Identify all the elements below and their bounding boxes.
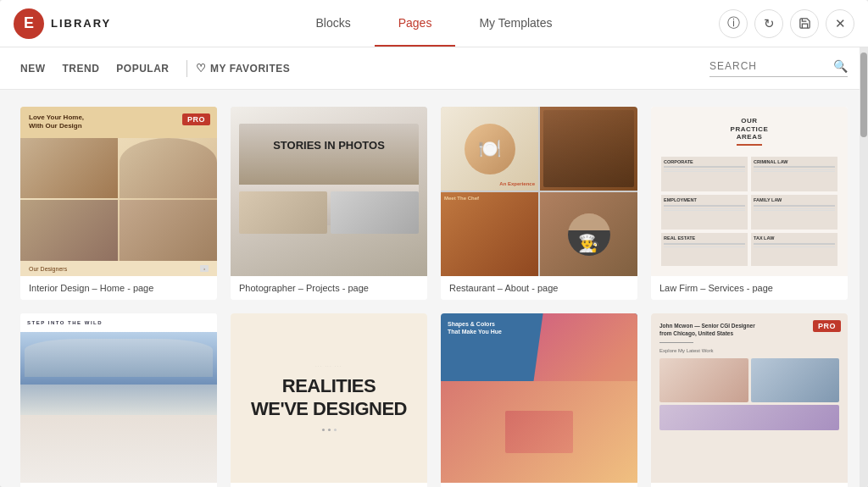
close-button[interactable]: ✕ [826, 9, 854, 38]
list-item[interactable]: ··· ··· ··· REALITIESWE'VE DESIGNED Desi… [231, 313, 427, 487]
card-thumbnail: PRO John Mcwon — Senior CGI Designerfrom… [651, 313, 848, 483]
card-thumbnail: STEP INTO THE WILD [20, 313, 217, 483]
card-label: Photographer – Projects - page [231, 276, 427, 300]
scrollbar[interactable] [860, 47, 868, 487]
list-item[interactable]: PRO Love Your Home,With Our Design Our D… [20, 107, 217, 300]
heart-icon: ♡ [196, 62, 207, 75]
logo-area: E LIBRARY [14, 8, 149, 39]
thumb-law: OURPRACTICEAREAS CORPORATE CRIM [651, 107, 848, 276]
library-modal: E LIBRARY Blocks Pages My Templates ⓘ ↻ … [0, 0, 868, 487]
thumb-portfolio: John Mcwon — Senior CGI Designerfrom Chi… [651, 313, 848, 483]
list-item[interactable]: Shapes & ColorsThat Make You Hue Shapes … [441, 313, 637, 487]
thumb-photo: STORIES IN PHOTOS [231, 107, 427, 276]
photo-text: STORIES IN PHOTOS [266, 132, 392, 158]
content-area[interactable]: PRO Love Your Home,With Our Design Our D… [0, 90, 868, 487]
thumb-interior: Love Your Home,With Our Design Our Desig… [20, 107, 217, 276]
thumb-shapes: Shapes & ColorsThat Make You Hue [441, 313, 637, 483]
list-item[interactable]: PRO John Mcwon — Senior CGI Designerfrom… [651, 313, 848, 487]
list-item[interactable]: OURPRACTICEAREAS CORPORATE CRIM [651, 107, 848, 300]
card-label: Restaurant – About - page [441, 276, 637, 300]
thumb-restaurant: 🍽️ An Experience Meet The Chef [441, 107, 637, 276]
search-icon[interactable]: 🔍 [833, 59, 848, 73]
list-item[interactable]: 🍽️ An Experience Meet The Chef [441, 107, 637, 300]
filter-new[interactable]: NEW [20, 59, 54, 78]
card-label: Interior Design – Home - page [20, 276, 217, 300]
list-item[interactable]: STORIES IN PHOTOS Photographer – Project… [231, 107, 427, 300]
tab-pages[interactable]: Pages [375, 1, 456, 47]
template-grid: PRO Love Your Home,With Our Design Our D… [20, 107, 848, 487]
card-label: Portfolio – Home - page [651, 483, 848, 487]
tab-blocks[interactable]: Blocks [292, 1, 374, 47]
card-label: Shapes & Colors – Home - page [441, 483, 637, 487]
info-button[interactable]: ⓘ [719, 9, 748, 38]
filter-trend[interactable]: TREND [54, 59, 108, 78]
card-label: Design Studio – About - page [231, 483, 427, 487]
header-actions: ⓘ ↻ ✕ [719, 9, 854, 38]
tab-my-templates[interactable]: My Templates [455, 1, 576, 47]
card-thumbnail: ··· ··· ··· REALITIESWE'VE DESIGNED [231, 313, 427, 483]
modal-header: E LIBRARY Blocks Pages My Templates ⓘ ↻ … [0, 0, 868, 47]
card-label: Law Firm – Services - page [651, 276, 848, 300]
pro-badge: PRO [813, 320, 841, 332]
scrollbar-thumb [860, 53, 867, 137]
save-button[interactable] [790, 9, 819, 38]
favorites-button[interactable]: ♡ MY FAVORITES [196, 62, 291, 75]
thumb-nature: STEP INTO THE WILD [20, 313, 217, 483]
pro-badge: PRO [182, 113, 210, 125]
filter-popular[interactable]: POPULAR [108, 59, 177, 78]
search-area: 🔍 [709, 59, 848, 77]
card-thumbnail: Shapes & ColorsThat Make You Hue [441, 313, 637, 483]
nav-tabs: Blocks Pages My Templates [149, 1, 719, 47]
card-thumbnail: OURPRACTICEAREAS CORPORATE CRIM [651, 107, 848, 276]
refresh-button[interactable]: ↻ [754, 9, 783, 38]
logo-icon: E [14, 8, 44, 39]
search-input[interactable] [709, 60, 828, 72]
card-thumbnail: PRO Love Your Home,With Our Design Our D… [20, 107, 217, 276]
toolbar: NEW TREND POPULAR ♡ MY FAVORITES 🔍 [0, 47, 868, 90]
card-thumbnail: 🍽️ An Experience Meet The Chef [441, 107, 637, 276]
thumb-design: ··· ··· ··· REALITIESWE'VE DESIGNED [231, 313, 427, 483]
logo-text: LIBRARY [51, 17, 111, 30]
list-item[interactable]: STEP INTO THE WILD Travel – Home - page [20, 313, 217, 487]
card-label: Travel – Home - page [20, 483, 217, 487]
toolbar-divider [186, 60, 187, 77]
card-thumbnail: STORIES IN PHOTOS [231, 107, 427, 276]
